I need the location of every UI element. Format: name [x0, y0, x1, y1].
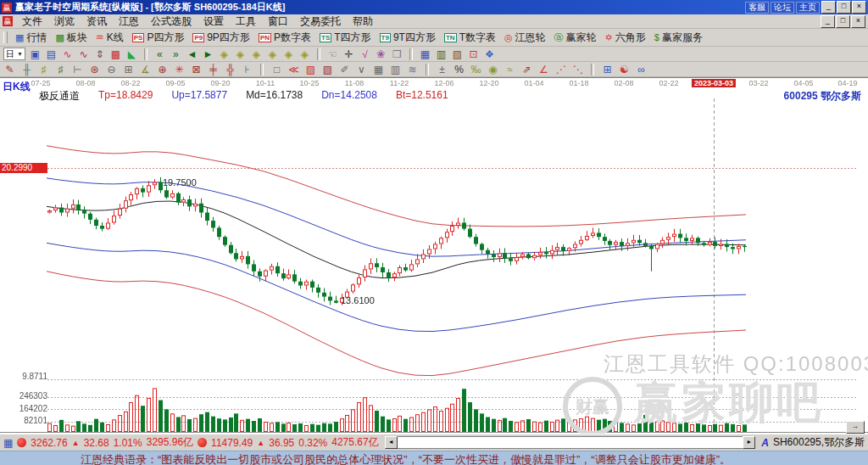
- flower-icon[interactable]: ❀: [375, 48, 387, 60]
- prev-bar-icon[interactable]: ◄: [186, 48, 198, 60]
- diamond-down-icon[interactable]: ◈: [298, 48, 311, 60]
- menu-item[interactable]: 工具: [230, 14, 262, 29]
- color-triangle-icon[interactable]: ◣: [125, 48, 138, 60]
- last-bar-icon[interactable]: »: [170, 48, 182, 60]
- period-select[interactable]: 日 ▼: [3, 48, 25, 60]
- grid-color-icon[interactable]: ⊞: [601, 64, 614, 76]
- trend-wave2-icon[interactable]: ∿: [77, 48, 90, 60]
- menu-item[interactable]: 浏览: [48, 14, 81, 29]
- infinity-icon[interactable]: ∞: [635, 64, 648, 76]
- spiral-icon[interactable]: ⊛: [88, 64, 101, 76]
- quote-grid-icon[interactable]: ▦: [3, 437, 13, 449]
- menu-item[interactable]: 设置: [198, 14, 230, 29]
- gold-section-icon[interactable]: ≈: [504, 64, 516, 76]
- time-div-icon[interactable]: ╬: [224, 64, 236, 76]
- child-window-control-button[interactable]: _: [821, 15, 835, 28]
- menu-item[interactable]: 公式选股: [145, 14, 198, 29]
- scroll-left-button[interactable]: ◂: [385, 436, 398, 449]
- speed-line-icon[interactable]: ⋰: [554, 64, 567, 76]
- dense-grid-icon[interactable]: ⊞: [122, 64, 135, 76]
- t-square-button[interactable]: TS T四方形: [316, 30, 375, 46]
- p-square-button[interactable]: PS P四方形: [129, 30, 188, 46]
- polyline-tool-icon[interactable]: √: [359, 48, 371, 60]
- scrollbar-track[interactable]: [398, 436, 743, 449]
- p9-square-button[interactable]: P9 9P四方形: [189, 30, 253, 46]
- grid-tool-icon[interactable]: ╫: [20, 64, 33, 76]
- transfer-icon[interactable]: ❖: [483, 48, 496, 60]
- window-layout-icon[interactable]: ▣: [29, 48, 42, 60]
- hexagon-button[interactable]: ✡ 六角形: [602, 30, 649, 46]
- winner-wheel-button[interactable]: ⓐ 赢家轮: [551, 30, 600, 46]
- market-quotes-button[interactable]: ▦ 行情: [12, 30, 50, 46]
- grid-x-icon[interactable]: ⊠: [190, 64, 203, 76]
- hand-tool-icon[interactable]: ☜: [326, 48, 339, 60]
- indicator-name[interactable]: 极反通道: [39, 89, 80, 104]
- diamond-expand-icon[interactable]: ◈: [250, 48, 263, 60]
- shade-icon[interactable]: ▨: [304, 64, 317, 76]
- grid7-icon[interactable]: ▥: [389, 64, 402, 76]
- angle-line-icon[interactable]: ∠: [537, 64, 550, 76]
- trend-arrow-icon[interactable]: ⇗: [520, 64, 533, 76]
- gann-wheel-button[interactable]: ◎ 江恩轮: [501, 30, 549, 46]
- pen-icon[interactable]: ✎: [3, 64, 16, 76]
- diamond-shrink-icon[interactable]: ◈: [266, 48, 279, 60]
- window-control-button[interactable]: ×: [852, 1, 866, 14]
- gold-coin-icon[interactable]: ◉: [487, 64, 499, 76]
- wedge-icon[interactable]: ∨: [355, 64, 368, 76]
- rays-icon[interactable]: ≪: [287, 64, 300, 76]
- horizontal-scrollbar[interactable]: ◂ ▸: [385, 437, 756, 448]
- crosshair-icon[interactable]: ✛: [342, 48, 355, 60]
- scroll-right-button[interactable]: ▸: [743, 436, 755, 449]
- notepad-icon[interactable]: ▧: [451, 48, 464, 60]
- gann-fan-icon[interactable]: ∡: [139, 64, 152, 76]
- window-control-button[interactable]: _: [821, 1, 836, 14]
- title-link[interactable]: 论坛: [771, 2, 794, 14]
- diamond-up-icon[interactable]: ◈: [282, 48, 295, 60]
- p-number-table-button[interactable]: PN P数字表: [255, 30, 314, 46]
- grid6-icon[interactable]: ▦: [372, 64, 385, 76]
- first-bar-icon[interactable]: «: [153, 48, 166, 60]
- taiji-icon[interactable]: ☯: [618, 64, 631, 76]
- window-control-button[interactable]: □: [837, 1, 851, 14]
- monitor-icon[interactable]: ⊡: [467, 48, 480, 60]
- next-bar-icon[interactable]: ►: [202, 48, 214, 60]
- box-tool-icon[interactable]: ❒: [391, 48, 403, 60]
- t-number-table-button[interactable]: TN T数字表: [441, 30, 499, 46]
- kline-split-icon[interactable]: ╪: [207, 64, 220, 76]
- calendar-icon[interactable]: ▦: [419, 48, 431, 60]
- asterisk-icon[interactable]: ✳: [173, 64, 186, 76]
- target-icon[interactable]: ⊕: [156, 64, 169, 76]
- calculator-icon[interactable]: ▥: [435, 48, 448, 60]
- winner-service-button[interactable]: $ 赢家服务: [651, 30, 706, 46]
- gann-box2-icon[interactable]: ♯: [54, 64, 67, 76]
- menu-item[interactable]: 资讯: [81, 14, 113, 29]
- percent-icon[interactable]: %: [453, 64, 465, 76]
- pencil2-icon[interactable]: ✐: [338, 64, 351, 76]
- menu-item[interactable]: 江恩: [113, 14, 145, 29]
- forward-arrow-button[interactable]: →: [846, 421, 865, 434]
- child-window-control-button[interactable]: □: [836, 15, 850, 28]
- diamond-left-icon[interactable]: ◈: [218, 48, 231, 60]
- measure-icon[interactable]: ⊦: [241, 64, 253, 76]
- info-list-icon[interactable]: ▤: [45, 48, 58, 60]
- menu-item[interactable]: 窗口: [262, 14, 294, 29]
- gann-box-icon[interactable]: ♯: [37, 64, 50, 76]
- overlay-grid-icon[interactable]: ▩: [109, 48, 122, 60]
- diamond-right-icon[interactable]: ◈: [234, 48, 247, 60]
- menu-item[interactable]: 交易委托: [294, 14, 347, 29]
- kline-button[interactable]: ♒ K线: [92, 30, 127, 46]
- ellipse-icon[interactable]: ⊖: [105, 64, 118, 76]
- t9-square-button[interactable]: T9 9T四方形: [376, 30, 439, 46]
- child-window-control-button[interactable]: ×: [851, 15, 865, 28]
- pin-icon[interactable]: ⇕: [93, 48, 106, 60]
- patch-icon[interactable]: ▧: [321, 64, 334, 76]
- permille-icon[interactable]: ‰: [470, 64, 482, 76]
- rect-tool-icon[interactable]: □: [270, 64, 283, 76]
- title-link[interactable]: 主页: [796, 2, 820, 14]
- title-link[interactable]: 客服: [745, 2, 769, 14]
- waves-icon[interactable]: ≋: [406, 64, 419, 76]
- sectors-button[interactable]: ▩ 板块: [52, 30, 90, 46]
- scale-icon[interactable]: ±: [436, 64, 448, 76]
- menu-item[interactable]: 帮助: [347, 14, 379, 29]
- speed-line2-icon[interactable]: ⋱: [571, 64, 584, 76]
